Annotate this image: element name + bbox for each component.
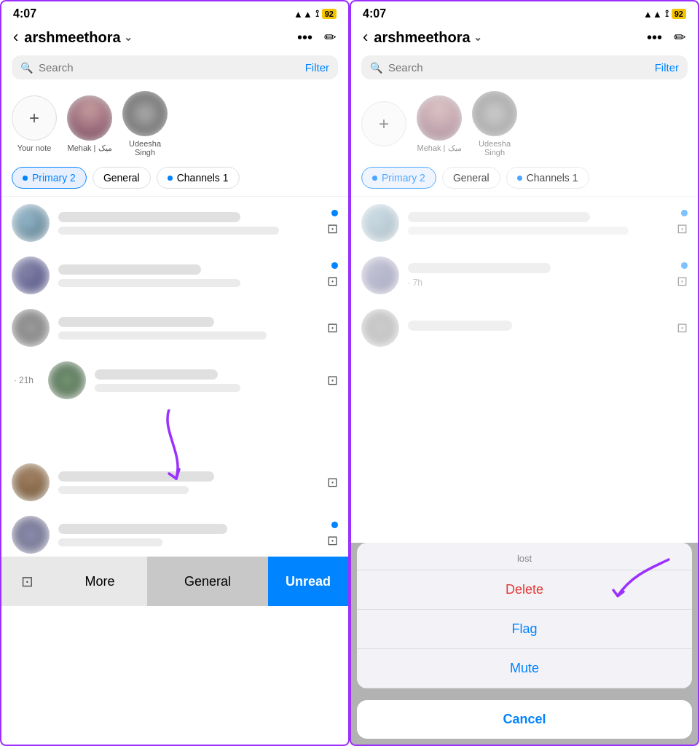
chat-content-6: [58, 524, 318, 546]
swipe-unread-btn[interactable]: Unread: [268, 557, 348, 606]
chevron-down-icon[interactable]: ⌄: [124, 31, 133, 43]
chevron-down-icon-right[interactable]: ⌄: [473, 31, 482, 43]
stories-row-left: + Your note Mehak | میک Udeesha Singh: [1, 84, 348, 164]
story-avatar-right-1: [417, 95, 462, 141]
tab-channels-label-right: Channels 1: [527, 172, 578, 184]
context-menu-title: lost: [357, 543, 692, 570]
camera-icon-1: ⊡: [327, 221, 338, 237]
wifi-icon-right: ⟟: [665, 8, 669, 20]
swipe-camera-btn[interactable]: ⊡: [1, 557, 52, 606]
search-icon-right: 🔍: [370, 62, 382, 74]
chat-list-right: ⊡ · 7h ⊡ ⊡: [351, 197, 698, 354]
back-button-right[interactable]: ‹: [363, 28, 368, 47]
search-icon-left: 🔍: [20, 62, 33, 74]
signal-icon-right: ▲▲: [643, 9, 662, 20]
search-bar-left[interactable]: 🔍 Filter: [12, 55, 338, 79]
tab-dot-primary-right: [372, 176, 377, 181]
chat-avatar-right-2: [361, 256, 399, 294]
tab-general[interactable]: General: [93, 167, 151, 189]
filter-button-left[interactable]: Filter: [305, 61, 329, 74]
camera-icon-right-3: ⊡: [677, 320, 688, 336]
chat-meta-1: ⊡: [327, 210, 338, 237]
search-input-right[interactable]: [388, 61, 649, 74]
right-panel: 4:07 ▲▲ ⟟ 92 ‹ arshmeethora ⌄ ••• ✏ 🔍 Fi…: [350, 0, 699, 746]
search-input-left[interactable]: [39, 61, 299, 74]
chat-item-4[interactable]: · 21h ⊡: [1, 354, 348, 407]
compose-icon-right[interactable]: ✏: [674, 28, 686, 46]
story-item-2[interactable]: Udeesha Singh: [122, 91, 168, 157]
unread-dot-right-2: [681, 262, 688, 269]
tab-channels[interactable]: Channels 1: [157, 167, 240, 189]
chat-avatar-4: [48, 361, 86, 399]
category-tabs-right: Primary 2 General Channels 1: [351, 164, 698, 197]
swipe-general-btn[interactable]: General: [147, 557, 268, 606]
cancel-button[interactable]: Cancel: [357, 700, 692, 739]
tab-general-label-right: General: [453, 172, 489, 184]
your-note-label: Your note: [17, 144, 52, 152]
unread-dot-6: [331, 522, 338, 528]
chat-content-5: [58, 471, 318, 494]
tab-general-label: General: [103, 172, 140, 184]
wifi-icon: ⟟: [315, 8, 319, 20]
story-item-right-2: Udeesha Singh: [472, 91, 517, 157]
header-actions-left: ••• ✏: [297, 28, 337, 46]
tab-channels-right: Channels 1: [506, 167, 589, 189]
chat-content-right-1: [408, 212, 668, 235]
filter-button-right[interactable]: Filter: [655, 61, 679, 74]
tab-channels-label: Channels 1: [177, 172, 229, 184]
flag-button[interactable]: Flag: [357, 610, 692, 649]
chat-name-right-2: [408, 263, 551, 273]
chat-preview-2: [58, 279, 240, 287]
search-bar-right[interactable]: 🔍 Filter: [361, 55, 688, 79]
story-item-right-1: Mehak | میک: [417, 95, 462, 153]
context-menu-overlay: lost Delete Flag Mute Cancel: [351, 543, 698, 745]
swipe-more-btn[interactable]: More: [52, 557, 147, 606]
chat-meta-right-3: ⊡: [677, 320, 688, 336]
chat-avatar-1: [12, 204, 50, 242]
tab-dot-channels: [168, 176, 173, 181]
camera-icon-6: ⊡: [327, 533, 338, 549]
compose-icon[interactable]: ✏: [324, 28, 337, 46]
chat-item-5[interactable]: ⊡: [1, 456, 348, 509]
context-menu: lost Delete Flag Mute: [357, 543, 692, 688]
more-options-icon[interactable]: •••: [297, 29, 312, 46]
add-story-left[interactable]: + Your note: [12, 95, 57, 152]
swipe-camera-icon: ⊡: [21, 573, 34, 590]
tab-dot-primary: [23, 176, 28, 181]
chat-item-3[interactable]: ⊡: [1, 302, 348, 354]
chat-time-4: · 21h: [12, 375, 34, 385]
add-story-circle-right: +: [361, 101, 406, 146]
battery-left: 92: [322, 9, 337, 19]
camera-icon-2: ⊡: [327, 273, 338, 289]
tab-primary-label: Primary 2: [32, 172, 76, 184]
add-story-right: +: [361, 101, 406, 146]
more-options-icon-right[interactable]: •••: [647, 29, 662, 46]
back-button-left[interactable]: ‹: [13, 28, 18, 47]
chat-meta-4: ⊡: [327, 372, 338, 388]
chat-name-4: [95, 369, 218, 380]
camera-icon-4: ⊡: [327, 372, 338, 388]
chat-preview-6: [58, 538, 162, 546]
story-item-1[interactable]: Mehak | میک: [67, 95, 112, 153]
chat-item-2[interactable]: ⊡: [1, 249, 348, 302]
category-tabs-left: Primary 2 General Channels 1: [1, 164, 348, 197]
camera-icon-3: ⊡: [327, 320, 338, 336]
chat-content-1: [58, 212, 318, 235]
chat-name-2: [58, 264, 201, 275]
tab-dot-channels-right: [517, 176, 522, 181]
mute-button[interactable]: Mute: [357, 649, 692, 688]
chat-meta-right-2: ⊡: [677, 262, 688, 289]
chat-content-right-2: · 7h: [408, 263, 668, 288]
chat-avatar-3: [12, 309, 50, 347]
chat-item-1[interactable]: ⊡: [1, 197, 348, 249]
delete-button[interactable]: Delete: [357, 570, 692, 610]
chat-meta-right-1: ⊡: [677, 210, 688, 237]
chat-preview-5: [58, 486, 189, 494]
chat-item-6[interactable]: ⊡: [1, 509, 348, 561]
chat-item-right-2: · 7h ⊡: [351, 249, 698, 302]
chat-avatar-6: [12, 516, 50, 554]
tab-primary[interactable]: Primary 2: [12, 167, 87, 189]
time-left: 4:07: [13, 7, 36, 20]
chat-preview-1: [58, 227, 279, 235]
header-actions-right: ••• ✏: [647, 28, 686, 46]
